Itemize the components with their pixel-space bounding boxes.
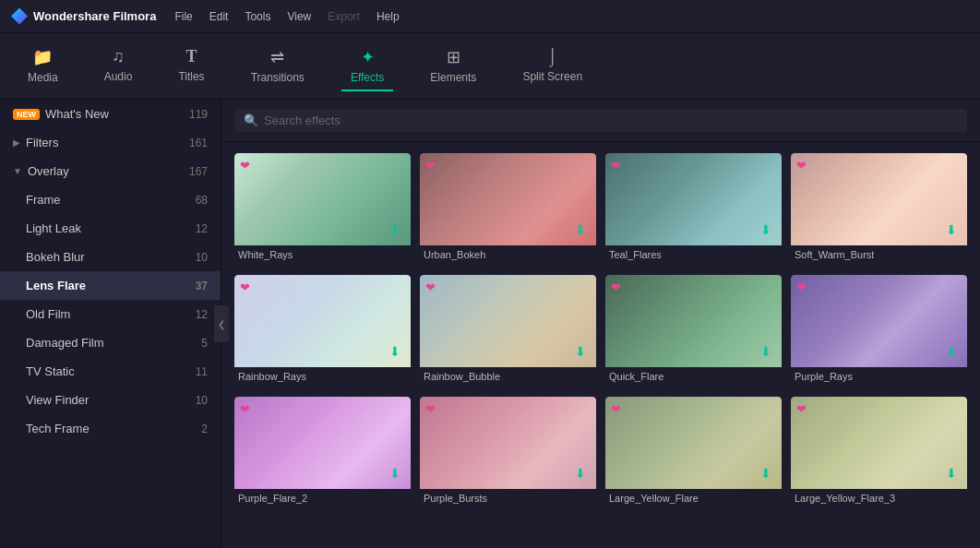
effects-grid: ❤ ⬇ White_Rays ❤ ⬇ Urban_Bokeh ❤ ⬇ Te <box>221 142 980 548</box>
media-icon: 📁 <box>32 47 53 67</box>
tab-split-screen-label: Split Screen <box>522 70 582 83</box>
sidebar-item-light-leak[interactable]: Light Leak 12 <box>0 214 221 243</box>
download-icon-purple-rays[interactable]: ⬇ <box>941 341 962 362</box>
effect-name-soft-warm-burst: Soft_Warm_Burst <box>791 245 967 266</box>
sidebar-collapse-button[interactable]: ❮ <box>214 305 229 342</box>
sidebar-item-whats-new[interactable]: NEW What's New 119 <box>0 100 221 128</box>
effect-thumb-soft-warm-burst: ❤ ⬇ <box>791 153 967 245</box>
effect-card-urban-bokeh[interactable]: ❤ ⬇ Urban_Bokeh <box>420 153 596 266</box>
tab-titles-label: Titles <box>178 70 204 83</box>
heart-icon-rainbow-bubble: ❤ <box>425 280 436 294</box>
download-icon-white-rays[interactable]: ⬇ <box>385 220 405 240</box>
effect-card-rainbow-rays[interactable]: ❤ ⬇ Rainbow_Rays <box>234 275 411 387</box>
download-icon-urban-bokeh[interactable]: ⬇ <box>570 220 591 240</box>
download-icon-teal-flares[interactable]: ⬇ <box>756 220 776 240</box>
tab-media-label: Media <box>28 71 58 84</box>
effect-thumb-large-yellow-flare-3: ❤ ⬇ <box>791 397 967 489</box>
sidebar-count-frame: 68 <box>196 194 208 207</box>
effect-card-teal-flares[interactable]: ❤ ⬇ Teal_Flares <box>605 153 782 266</box>
download-icon-rainbow-bubble[interactable]: ⬇ <box>570 341 591 362</box>
sidebar-label-old-film: Old Film <box>26 307 196 321</box>
nav-tabs: 📁 Media ♫ Audio T Titles ⇌ Transitions ✦… <box>0 33 980 100</box>
app-diamond-icon <box>11 8 28 25</box>
tab-effects[interactable]: ✦ Effects <box>341 42 393 91</box>
effect-thumb-purple-bursts: ❤ ⬇ <box>420 397 596 489</box>
effect-name-rainbow-bubble: Rainbow_Bubble <box>420 367 596 387</box>
search-icon: 🔍 <box>244 113 258 127</box>
sidebar-item-tech-frame[interactable]: Tech Frame 2 <box>0 414 221 443</box>
effect-card-soft-warm-burst[interactable]: ❤ ⬇ Soft_Warm_Burst <box>791 153 967 266</box>
sidebar-label-lens-flare: Lens Flare <box>26 279 196 292</box>
download-icon-soft-warm-burst[interactable]: ⬇ <box>941 220 962 240</box>
tab-titles[interactable]: T Titles <box>169 42 213 90</box>
heart-icon-quick-flare: ❤ <box>611 280 621 294</box>
new-badge: NEW <box>13 109 40 120</box>
tab-effects-label: Effects <box>351 71 384 84</box>
tab-audio[interactable]: ♫ Audio <box>95 42 142 90</box>
search-input[interactable] <box>264 113 958 127</box>
download-icon-quick-flare[interactable]: ⬇ <box>756 341 776 362</box>
effect-card-large-yellow-flare-3[interactable]: ❤ ⬇ Large_Yellow_Flare_3 <box>791 397 967 509</box>
sidebar-count-overlay: 167 <box>189 165 208 178</box>
effect-card-purple-flare-2[interactable]: ❤ ⬇ Purple_Flare_2 <box>234 397 411 509</box>
sidebar-label-frame: Frame <box>26 193 196 207</box>
sidebar-item-filters[interactable]: ▶ Filters 161 <box>0 128 221 157</box>
menu-bar: File Edit Tools View Export Help <box>174 10 399 23</box>
sidebar-label-damaged-film: Damaged Film <box>26 336 201 350</box>
heart-icon-large-yellow-flare-3: ❤ <box>796 402 807 416</box>
sidebar-label-filters: Filters <box>26 136 189 149</box>
effect-name-rainbow-rays: Rainbow_Rays <box>234 367 411 387</box>
tab-elements[interactable]: ⊞ Elements <box>421 42 485 91</box>
heart-icon-purple-flare-2: ❤ <box>240 402 250 416</box>
menu-edit[interactable]: Edit <box>209 10 229 23</box>
sidebar-item-lens-flare[interactable]: Lens Flare 37 <box>0 271 221 300</box>
titles-icon: T <box>186 47 197 66</box>
effect-card-white-rays[interactable]: ❤ ⬇ White_Rays <box>234 153 411 266</box>
download-icon-large-yellow-flare-3[interactable]: ⬇ <box>941 463 962 483</box>
menu-help[interactable]: Help <box>376 10 400 23</box>
effect-card-quick-flare[interactable]: ❤ ⬇ Quick_Flare <box>605 275 782 387</box>
effect-card-rainbow-bubble[interactable]: ❤ ⬇ Rainbow_Bubble <box>420 275 596 387</box>
filters-expand-icon: ▶ <box>13 137 20 148</box>
sidebar-count-bokeh-blur: 10 <box>196 251 208 264</box>
menu-tools[interactable]: Tools <box>245 10 270 23</box>
sidebar-item-frame[interactable]: Frame 68 <box>0 185 221 214</box>
tab-split-screen[interactable]: ⌡ Split Screen <box>513 42 592 90</box>
transitions-icon: ⇌ <box>270 47 284 67</box>
download-icon-large-yellow-flare[interactable]: ⬇ <box>756 463 776 483</box>
tab-transitions-label: Transitions <box>251 71 305 84</box>
tab-transitions[interactable]: ⇌ Transitions <box>242 42 314 91</box>
effect-card-large-yellow-flare[interactable]: ❤ ⬇ Large_Yellow_Flare <box>605 397 782 509</box>
effect-thumb-rainbow-bubble: ❤ ⬇ <box>420 275 596 367</box>
sidebar-label-light-leak: Light Leak <box>26 221 196 235</box>
menu-file[interactable]: File <box>174 10 192 23</box>
top-bar: Wondershare Filmora File Edit Tools View… <box>0 0 980 33</box>
effect-thumb-teal-flares: ❤ ⬇ <box>605 153 782 245</box>
download-icon-rainbow-rays[interactable]: ⬇ <box>385 341 405 362</box>
sidebar-item-bokeh-blur[interactable]: Bokeh Blur 10 <box>0 243 221 271</box>
menu-export: Export <box>328 10 360 23</box>
sidebar-item-view-finder[interactable]: View Finder 10 <box>0 386 221 414</box>
sidebar-count-view-finder: 10 <box>196 394 208 407</box>
sidebar-item-overlay[interactable]: ▼ Overlay 167 <box>0 157 221 185</box>
effect-card-purple-bursts[interactable]: ❤ ⬇ Purple_Bursts <box>420 397 596 509</box>
audio-icon: ♫ <box>112 47 125 66</box>
menu-view[interactable]: View <box>287 10 311 23</box>
sidebar-label-whats-new: What's New <box>45 107 189 121</box>
heart-icon-rainbow-rays: ❤ <box>240 280 250 294</box>
download-icon-purple-bursts[interactable]: ⬇ <box>570 463 591 483</box>
tab-media[interactable]: 📁 Media <box>18 42 67 91</box>
sidebar-label-overlay: Overlay <box>28 164 189 178</box>
sidebar-item-tv-static[interactable]: TV Static 11 <box>0 357 221 386</box>
effect-thumb-quick-flare: ❤ ⬇ <box>605 275 782 367</box>
effect-name-large-yellow-flare: Large_Yellow_Flare <box>605 489 782 509</box>
heart-icon-teal-flares: ❤ <box>611 159 621 173</box>
tab-audio-label: Audio <box>104 70 133 83</box>
sidebar-item-damaged-film[interactable]: Damaged Film 5 <box>0 328 221 357</box>
sidebar-count-lens-flare: 37 <box>196 280 208 292</box>
app-name: Wondershare Filmora <box>33 9 156 23</box>
sidebar-label-tech-frame: Tech Frame <box>26 422 201 435</box>
effect-card-purple-rays[interactable]: ❤ ⬇ Purple_Rays <box>791 275 967 387</box>
download-icon-purple-flare-2[interactable]: ⬇ <box>385 463 405 483</box>
sidebar-item-old-film[interactable]: Old Film 12 <box>0 300 221 328</box>
